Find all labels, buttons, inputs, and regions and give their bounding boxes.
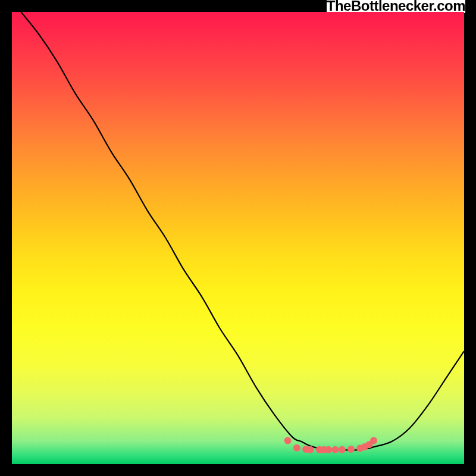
gradient-background — [12, 12, 464, 464]
chart-frame — [12, 12, 464, 464]
plot-area — [12, 12, 464, 464]
attribution-text: TheBottlenecker.com — [327, 0, 465, 13]
